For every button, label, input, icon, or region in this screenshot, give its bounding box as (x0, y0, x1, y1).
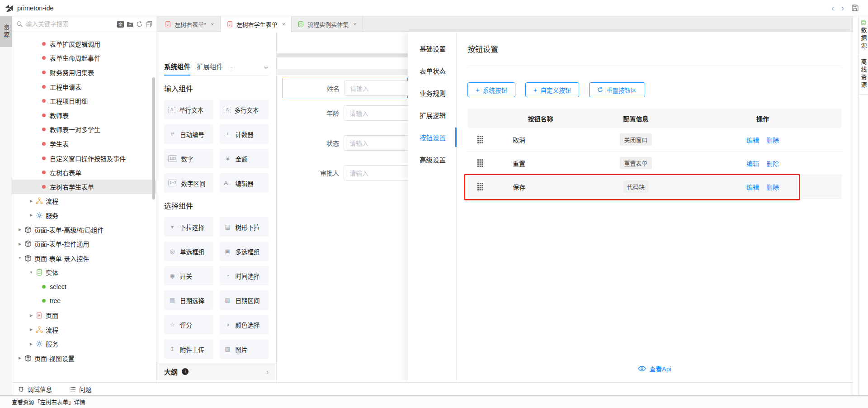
chevron-down-icon[interactable]: ▼ (28, 270, 34, 275)
right-rail-tab[interactable]: 离线资源 (859, 55, 868, 95)
search-input[interactable] (26, 21, 114, 28)
chevron-right-icon[interactable]: ▶ (28, 213, 34, 217)
form-field-0[interactable]: 姓名 请输入 (283, 78, 408, 98)
menu-icon[interactable]: ≡ (230, 65, 233, 71)
save-icon[interactable] (851, 4, 859, 12)
component-date-range[interactable]: ▥ 日期区间 (220, 290, 269, 310)
chevron-right-icon[interactable]: ▶ (17, 228, 23, 232)
chevron-right-icon[interactable]: ▶ (28, 327, 34, 332)
tree-item[interactable]: ▼页面-表单-录入控件 (12, 251, 156, 266)
delete-link[interactable]: 删除 (766, 135, 779, 144)
editor-tab[interactable]: 左树右表单* × (159, 16, 221, 32)
component-textarea[interactable]: A 多行文本 (220, 100, 269, 119)
component-tree-select[interactable]: ▤ 树形下拉 (220, 217, 269, 237)
chevron-down-icon[interactable] (264, 66, 269, 69)
component-number-range[interactable]: 1~3 数字区间 (164, 173, 213, 193)
component-radio-group[interactable]: ◎ 单选框组 (164, 242, 213, 261)
tree-item[interactable]: 表单扩展逻辑调用 (12, 37, 156, 51)
tree-item[interactable]: ▶页面-表单-高级/布局组件 (12, 223, 156, 237)
component-select[interactable]: ▾ 下拉选择 (164, 217, 213, 237)
chevron-right-icon[interactable]: ▶ (17, 356, 23, 360)
editor-tab[interactable]: 左树右学生表单 × (221, 16, 292, 32)
tree-item[interactable]: 工程申请表 (12, 80, 156, 94)
drag-handle-icon[interactable] (467, 183, 493, 190)
component-checkbox-group[interactable]: ▣ 多选框组 (220, 242, 269, 261)
component-date-picker[interactable]: ▦ 日期选择 (164, 290, 213, 310)
tree-item[interactable]: 左树右学生表单 (12, 180, 156, 194)
settings-nav-item[interactable]: 基础设置 (408, 38, 456, 60)
tree-item[interactable]: tree (12, 294, 156, 308)
tree-item[interactable]: 左树右表单 (12, 165, 156, 180)
history-back-icon[interactable]: ‹ (831, 4, 834, 12)
tree-item[interactable]: ▶流程 (12, 194, 156, 209)
form-field-2[interactable]: 状态 请输入 (283, 133, 408, 153)
settings-nav-item[interactable]: 高级设置 (408, 148, 456, 171)
tree-item[interactable]: 财务费用归集表 (12, 65, 156, 80)
tree-item[interactable]: 工程项目明细 (12, 94, 156, 108)
component-auto-number[interactable]: # 自动编号 (164, 124, 213, 144)
delete-link[interactable]: 删除 (766, 159, 779, 168)
bottom-bar-list[interactable]: 问题 (69, 384, 91, 394)
resources-rail-tab[interactable]: 资源 (0, 16, 12, 47)
add-button[interactable]: +系统按钮 (467, 82, 515, 97)
chevron-right-icon[interactable]: ▶ (28, 313, 34, 318)
component-color-picker[interactable]: ◑ 颜色选择 (220, 315, 269, 334)
settings-nav-item[interactable]: 表单状态 (408, 60, 456, 82)
bottom-bar-debug[interactable]: 调试信息 (18, 384, 52, 394)
field-input[interactable]: 请输入 (344, 165, 408, 180)
delete-link[interactable]: 删除 (766, 182, 779, 191)
component-counter[interactable]: ± 计数器 (220, 124, 269, 144)
tree-scrollbar[interactable] (152, 77, 155, 199)
editor-tab[interactable]: 流程实例实体集 × (292, 16, 363, 32)
edit-link[interactable]: 编辑 (746, 135, 759, 144)
tree-item[interactable]: 教师表 (12, 108, 156, 123)
component-currency[interactable]: ¥ 金额 (220, 149, 269, 168)
component-text-single[interactable]: A 单行文本 (164, 100, 213, 119)
chevron-right-icon[interactable]: ▶ (17, 242, 23, 246)
component-editor[interactable]: A≡ 编辑器 (220, 173, 269, 193)
tree-item[interactable]: 教师表一对多学生 (12, 123, 156, 137)
tree-item[interactable]: 自定义窗口操作按钮及事件 (12, 151, 156, 166)
field-input[interactable]: 请输入 (344, 81, 408, 96)
component-upload[interactable]: ↥ 附件上传 (164, 339, 213, 359)
settings-nav-item[interactable]: 扩展逻辑 (408, 104, 456, 126)
component-rate[interactable]: ☆ 评分 (164, 315, 213, 334)
reset-button[interactable]: 重置按钮区 (589, 82, 645, 97)
drag-handle-icon[interactable] (467, 136, 493, 143)
chevron-right-icon[interactable]: ▶ (28, 342, 34, 346)
edit-link[interactable]: 编辑 (746, 159, 759, 168)
chevron-right-icon[interactable]: ▶ (28, 199, 34, 203)
palette-tab[interactable]: 扩展组件 (197, 60, 223, 76)
tree-item[interactable]: 表单生命周起事件 (12, 51, 156, 66)
component-time-picker[interactable]: ◔ 时间选择 (220, 266, 269, 285)
view-api-link[interactable]: 查看Api (457, 364, 853, 373)
form-field-3[interactable]: 审批人 请输入 (283, 162, 408, 183)
tree-item[interactable]: ▶服务 (12, 208, 156, 223)
drag-handle-icon[interactable] (467, 159, 493, 167)
settings-nav-item[interactable]: 按钮设置 (408, 126, 456, 148)
tree-item[interactable]: ▶页面 (12, 308, 156, 323)
locale-icon[interactable]: 文 (117, 21, 124, 28)
chevron-down-icon[interactable]: ▼ (17, 256, 23, 260)
form-field-1[interactable]: 年龄 请输入 (283, 103, 408, 123)
field-input[interactable]: 请输入 (344, 135, 408, 151)
new-folder-icon[interactable] (127, 21, 133, 27)
tree-item[interactable]: ▶服务 (12, 337, 156, 351)
field-input[interactable]: 请输入 (344, 105, 408, 121)
collapse-all-icon[interactable] (146, 21, 152, 28)
edit-link[interactable]: 编辑 (746, 182, 759, 191)
tree-item[interactable]: ▼实体 (12, 266, 156, 280)
component-image[interactable]: ▨ 图片 (220, 339, 269, 359)
right-rail-tab[interactable]: 数据源 (859, 16, 868, 55)
refresh-icon[interactable] (136, 21, 143, 28)
outline-bar[interactable]: 大纲 i › (156, 363, 276, 380)
close-icon[interactable]: × (211, 21, 214, 28)
settings-nav-item[interactable]: 业务规则 (408, 82, 456, 104)
close-icon[interactable]: × (353, 21, 357, 28)
component-switch[interactable]: ◉ 开关 (164, 266, 213, 285)
tree-item[interactable]: 学生表 (12, 137, 156, 151)
tree-item[interactable]: ▶页面-视图设置 (12, 351, 156, 365)
tree-item[interactable]: select (12, 280, 156, 294)
close-icon[interactable]: × (282, 21, 286, 28)
add-button[interactable]: +自定义按钮 (525, 82, 579, 97)
